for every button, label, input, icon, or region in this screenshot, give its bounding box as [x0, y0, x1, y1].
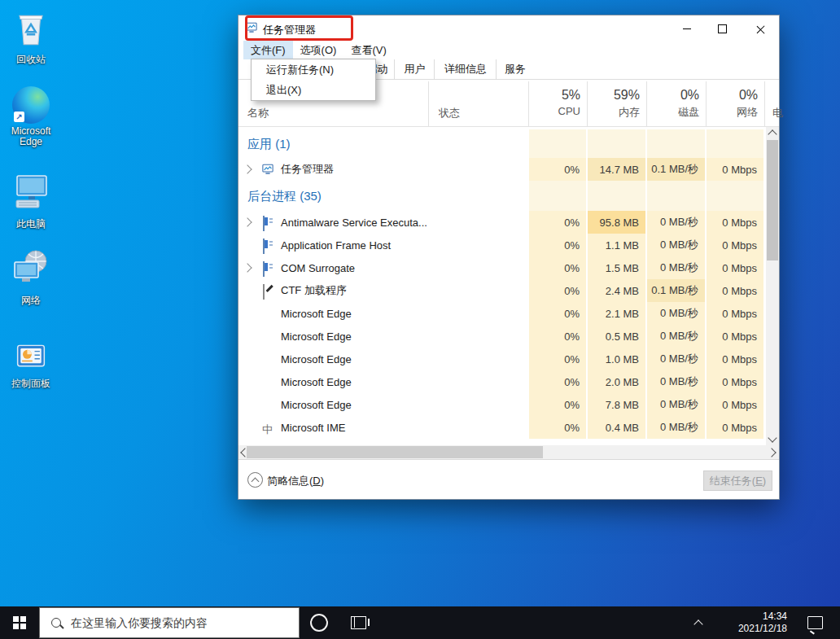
- network-cell: 0 Mbps: [707, 348, 763, 370]
- memory-cell: 95.8 MB: [588, 211, 645, 234]
- cpu-cell: 0%: [529, 234, 586, 256]
- process-row[interactable]: Microsoft Edge0%2.1 MB0 MB/秒0 Mbps: [238, 302, 764, 325]
- process-row[interactable]: CTF 加载程序0%2.4 MB0.1 MB/秒0 Mbps: [238, 279, 764, 302]
- cpu-cell: [529, 181, 586, 211]
- process-row[interactable]: COM Surrogate0%1.5 MB0 MB/秒0 Mbps: [238, 256, 764, 279]
- app-icon: [262, 239, 273, 251]
- desktop-icon-label: 控制面板: [0, 379, 62, 389]
- search-input[interactable]: [69, 615, 276, 630]
- ctf-icon: [262, 285, 273, 296]
- menu-file[interactable]: 文件(F): [243, 41, 293, 60]
- status-bar: 简略信息(D) 结束任务(E): [238, 459, 779, 499]
- tab-服务[interactable]: 服务: [496, 59, 534, 79]
- memory-cell: 1.0 MB: [588, 348, 645, 370]
- column-label: CPU: [528, 105, 580, 117]
- column-网络[interactable]: 0%网络: [706, 80, 764, 126]
- taskbar-clock[interactable]: 14:34 2021/12/18: [712, 606, 787, 639]
- column-name[interactable]: 名称: [247, 106, 269, 120]
- memory-cell: [588, 129, 645, 158]
- process-row[interactable]: 任务管理器0%14.7 MB0.1 MB/秒0 Mbps: [238, 158, 764, 181]
- network-cell: [707, 181, 763, 211]
- show-hidden-icons-button[interactable]: [688, 606, 709, 639]
- column-power-partial[interactable]: 电: [772, 106, 783, 120]
- process-row[interactable]: Antimalware Service Executa...0%95.8 MB0…: [238, 211, 764, 234]
- menu-item-exit[interactable]: 退出(X): [252, 80, 375, 100]
- cpu-cell: 0%: [529, 302, 586, 325]
- minimize-button[interactable]: [668, 15, 705, 42]
- vertical-scroll-thumb[interactable]: [767, 140, 778, 260]
- tab-详细信息[interactable]: 详细信息: [434, 59, 497, 79]
- scroll-down-icon[interactable]: [768, 433, 777, 442]
- column-CPU[interactable]: 5%CPU: [528, 80, 587, 126]
- edge-icon: [262, 399, 273, 410]
- end-task-button[interactable]: 结束任务(E): [703, 470, 772, 491]
- menu-options[interactable]: 选项(O): [293, 41, 344, 60]
- fewer-details-button[interactable]: 简略信息(D): [267, 474, 324, 488]
- desktop-icon-recycle-bin[interactable]: 回收站: [0, 8, 62, 65]
- summary-percent: 5%: [528, 88, 580, 103]
- desktop-icon-this-pc[interactable]: 此电脑: [0, 171, 62, 230]
- fewer-details-text: 简略信息(: [267, 475, 313, 487]
- menu-view[interactable]: 查看(V): [343, 41, 393, 60]
- process-row[interactable]: 中Microsoft IME0%0.4 MB0 MB/秒0 Mbps: [238, 416, 764, 439]
- process-row[interactable]: Application Frame Host0%1.1 MB0 MB/秒0 Mb…: [238, 234, 764, 256]
- column-内存[interactable]: 59%内存: [587, 80, 646, 126]
- maximize-button[interactable]: [704, 15, 741, 42]
- scroll-up-icon[interactable]: [768, 129, 777, 138]
- tab-用户[interactable]: 用户: [394, 59, 435, 79]
- expand-icon[interactable]: [243, 217, 252, 226]
- start-button[interactable]: [0, 606, 39, 639]
- fewer-details-icon[interactable]: [247, 472, 263, 488]
- memory-cell: 0.4 MB: [588, 416, 645, 439]
- memory-cell: 2.0 MB: [588, 370, 645, 393]
- process-name: Microsoft Edge: [281, 376, 352, 388]
- task-view-button[interactable]: [342, 606, 374, 639]
- column-磁盘[interactable]: 0%磁盘: [646, 80, 706, 126]
- taskbar-search[interactable]: [39, 607, 300, 638]
- horizontal-scrollbar[interactable]: [238, 445, 779, 459]
- desktop-icon-network[interactable]: 网络: [0, 247, 62, 306]
- disk-cell: 0 MB/秒: [647, 211, 705, 234]
- expand-icon[interactable]: [243, 164, 252, 173]
- cpu-cell: 0%: [529, 393, 586, 416]
- process-name: Microsoft Edge: [281, 399, 352, 411]
- taskmgr-icon: [262, 164, 273, 175]
- app-icon: [262, 262, 273, 274]
- scroll-right-icon[interactable]: [767, 448, 776, 457]
- group-header[interactable]: 应用 (1): [238, 129, 764, 158]
- cpu-cell: [529, 129, 586, 158]
- process-row[interactable]: Microsoft Edge0%0.5 MB0 MB/秒0 Mbps: [238, 325, 764, 348]
- column-separator: [587, 81, 588, 126]
- cpu-cell: 0%: [529, 256, 586, 279]
- disk-cell: 0 MB/秒: [647, 370, 705, 393]
- group-header[interactable]: 后台进程 (35): [238, 181, 764, 211]
- memory-cell: [588, 181, 645, 211]
- vertical-scrollbar[interactable]: [766, 127, 779, 445]
- process-row[interactable]: Microsoft Edge0%1.0 MB0 MB/秒0 Mbps: [238, 348, 764, 370]
- task-manager-icon: [246, 22, 259, 35]
- minimize-icon: [683, 28, 691, 29]
- menu-item-run-new-task[interactable]: 运行新任务(N): [252, 59, 375, 80]
- action-center-button[interactable]: [799, 606, 830, 639]
- edge-icon: [262, 353, 273, 365]
- process-name: CTF 加载程序: [281, 283, 347, 298]
- title-bar[interactable]: 任务管理器: [238, 15, 779, 42]
- horizontal-scroll-thumb[interactable]: [247, 446, 543, 458]
- app-icon: [262, 217, 273, 228]
- process-name: 任务管理器: [281, 162, 334, 177]
- process-row[interactable]: Microsoft Edge0%7.8 MB0 MB/秒0 Mbps: [238, 393, 764, 416]
- desktop-icon-microsoft-edge[interactable]: ↗Microsoft Edge: [0, 86, 62, 147]
- column-status[interactable]: 状态: [439, 106, 460, 120]
- process-row[interactable]: Microsoft Edge0%2.0 MB0 MB/秒0 Mbps: [238, 370, 764, 393]
- expand-icon[interactable]: [243, 263, 252, 272]
- memory-cell: 14.7 MB: [588, 158, 645, 181]
- desktop-icon-control-panel[interactable]: 控制面板: [0, 340, 62, 389]
- desktop-icon-label: 回收站: [0, 55, 62, 65]
- cortana-button[interactable]: [307, 606, 331, 639]
- close-button[interactable]: [742, 15, 779, 42]
- process-name: Microsoft IME: [281, 422, 345, 434]
- file-menu-dropdown: 运行新任务(N)退出(X): [251, 59, 376, 101]
- edge-icon: [262, 308, 273, 319]
- group-label: 应用 (1): [247, 136, 291, 151]
- disk-cell: 0 MB/秒: [647, 325, 705, 348]
